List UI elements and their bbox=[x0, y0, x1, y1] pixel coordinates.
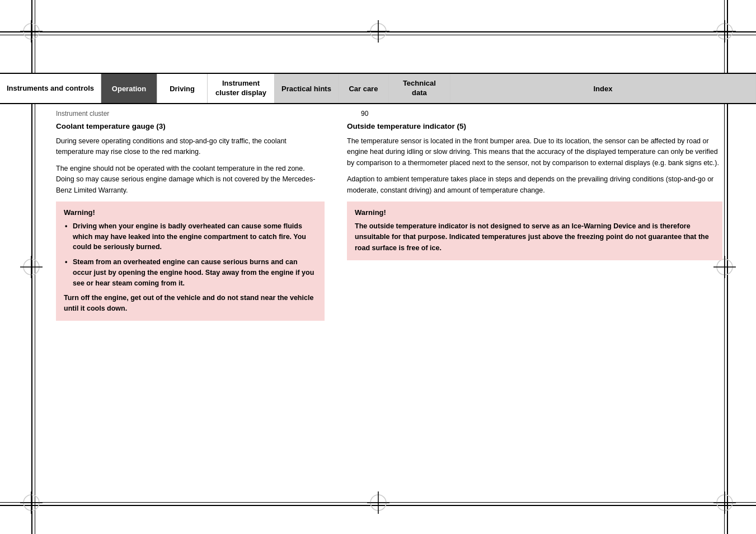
left-warning-bullet1: Driving when your engine is badly overhe… bbox=[64, 221, 317, 252]
left-column: Coolant temperature gauge (3) During sev… bbox=[56, 122, 325, 489]
left-para1: During severe operating conditions and s… bbox=[56, 136, 325, 158]
left-heading: Coolant temperature gauge (3) bbox=[56, 122, 325, 130]
left-warning-box: Warning! Driving when your engine is bad… bbox=[56, 202, 325, 321]
content-area: Coolant temperature gauge (3) During sev… bbox=[56, 122, 722, 489]
page-number: 90 bbox=[361, 110, 368, 118]
nav-item-operation[interactable]: Operation bbox=[101, 74, 157, 103]
nav-item-instruments-controls[interactable]: Instruments and controls bbox=[0, 74, 101, 103]
right-heading: Outside temperature indicator (5) bbox=[347, 122, 722, 130]
crosshair-mid-left bbox=[19, 255, 44, 279]
nav-item-instrument-cluster-display[interactable]: Instrumentcluster display bbox=[208, 74, 275, 103]
crosshair-bottom-left bbox=[19, 490, 44, 515]
crosshair-top-left bbox=[19, 19, 44, 44]
left-warning-footer: Turn off the engine, get out of the vehi… bbox=[64, 293, 317, 314]
left-warning-list: Driving when your engine is badly overhe… bbox=[64, 221, 317, 289]
right-para1: The temperature sensor is located in the… bbox=[347, 136, 722, 168]
left-para2: The engine should not be operated with t… bbox=[56, 163, 325, 196]
crosshair-top-right bbox=[712, 19, 737, 44]
crosshair-mid-top bbox=[366, 19, 391, 44]
right-column: Outside temperature indicator (5) The te… bbox=[347, 122, 722, 489]
nav-item-technical-data[interactable]: Technicaldata bbox=[389, 74, 450, 103]
left-warning-title: Warning! bbox=[64, 208, 317, 217]
right-warning-title: Warning! bbox=[355, 208, 715, 217]
left-warning-bullet2: Steam from an overheated engine can caus… bbox=[64, 257, 317, 288]
right-warning-body: The outside temperature indicator is not… bbox=[355, 221, 715, 254]
crosshair-bottom-right bbox=[712, 490, 737, 515]
nav-item-index[interactable]: Index bbox=[450, 74, 756, 103]
crosshair-mid-bottom bbox=[366, 490, 391, 515]
nav-item-car-care[interactable]: Car care bbox=[339, 74, 389, 103]
nav-item-practical-hints[interactable]: Practical hints bbox=[275, 74, 339, 103]
right-warning-box: Warning! The outside temperature indicat… bbox=[347, 202, 722, 260]
nav-bar: Instruments and controls Operation Drivi… bbox=[0, 73, 756, 104]
breadcrumb: Instrument cluster bbox=[56, 110, 109, 118]
right-para2: Adaption to ambient temperature takes pl… bbox=[347, 174, 722, 196]
nav-item-driving[interactable]: Driving bbox=[157, 74, 208, 103]
